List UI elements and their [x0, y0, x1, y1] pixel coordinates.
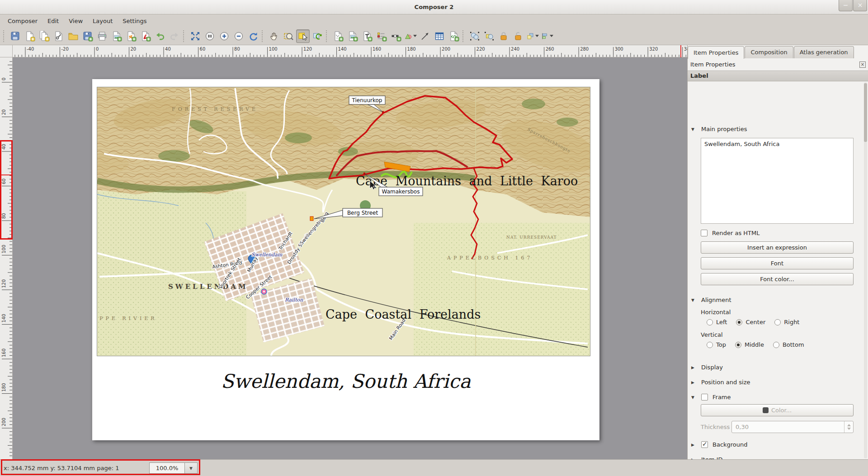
add-arrow-icon [420, 31, 430, 42]
render-as-html-checkbox[interactable] [701, 230, 708, 236]
zoom-out-button[interactable] [232, 29, 245, 43]
font-button[interactable]: Font [701, 257, 854, 269]
load-template-button[interactable] [66, 29, 80, 43]
pan-button[interactable] [267, 29, 281, 43]
frame-checkbox[interactable] [701, 394, 708, 401]
panel-scrollbar[interactable] [864, 82, 867, 458]
radio-button-icon[interactable] [736, 319, 742, 325]
new-composition-button[interactable] [23, 29, 37, 43]
zoom-in-button[interactable] [217, 29, 231, 43]
display-expander[interactable]: ▶ Display [691, 364, 723, 371]
svg-text:PPE RIVIER: PPE RIVIER [99, 316, 157, 321]
add-label-button[interactable] [360, 29, 374, 43]
zoom-in-icon [219, 31, 230, 42]
spinner-arrows-icon[interactable] [844, 421, 853, 433]
dropdown-caret-icon[interactable] [535, 35, 539, 37]
save-template-button[interactable] [81, 29, 94, 43]
insert-expression-button[interactable]: Insert an expression [701, 241, 854, 254]
map-item[interactable]: FOREST RESERVESWELLENDAMAPPELBOSCH 167Sp… [97, 87, 590, 356]
add-map-button[interactable] [331, 29, 345, 43]
composer-manager-button[interactable] [52, 29, 66, 43]
add-arrow-button[interactable] [418, 29, 432, 43]
tab-composition[interactable]: Composition [745, 46, 793, 58]
position-size-expander[interactable]: ▶ Position and size [691, 379, 750, 386]
ungroup-items-button[interactable] [482, 29, 496, 43]
label-text-input[interactable]: Swellendam, South Africa [701, 138, 854, 224]
dock-close-icon[interactable]: × [859, 61, 866, 68]
menu-item-edit[interactable]: Edit [42, 16, 64, 26]
radio-horizontal-right[interactable]: Right [774, 319, 799, 325]
menu-item-composer[interactable]: Composer [3, 16, 42, 26]
svg-text:280: 280 [580, 47, 589, 52]
print-button[interactable] [95, 29, 109, 43]
radio-vertical-middle[interactable]: Middle [735, 341, 764, 348]
svg-text:Cape Mountains and Little Karo: Cape Mountains and Little Karoo [356, 174, 578, 188]
duplicate-composition-button[interactable] [38, 29, 51, 43]
undo-button[interactable] [153, 29, 167, 43]
toolbar-separator [462, 30, 466, 42]
zoom-region-button[interactable] [282, 29, 295, 43]
thickness-spinbox[interactable]: 0,30 [731, 421, 854, 433]
radio-button-icon[interactable] [735, 342, 741, 348]
menu-item-layout[interactable]: Layout [88, 16, 118, 26]
background-expander[interactable]: ▶ Background [691, 441, 748, 448]
radio-vertical-top[interactable]: Top [707, 341, 726, 348]
radio-horizontal-left[interactable]: Left [707, 319, 727, 325]
group-items-button[interactable] [468, 29, 481, 43]
page-title-label[interactable]: Swellendam, South Africa [92, 370, 599, 392]
dropdown-caret-icon[interactable] [413, 35, 417, 37]
add-legend-icon [376, 31, 387, 42]
export-svg-button[interactable] [124, 29, 138, 43]
item-id-expander[interactable]: ▶ Item ID [691, 456, 723, 459]
background-checkbox[interactable] [701, 441, 708, 448]
radio-button-icon[interactable] [774, 319, 781, 325]
lock-items-button[interactable] [497, 29, 510, 43]
close-button[interactable]: × [853, 0, 867, 11]
frame-color-button[interactable]: Color... [701, 404, 854, 416]
add-legend-button[interactable] [375, 29, 388, 43]
save-button[interactable] [9, 29, 22, 43]
tab-item-properties[interactable]: Item Properties [688, 46, 744, 59]
radio-vertical-bottom[interactable]: Bottom [773, 341, 804, 348]
add-shape-button[interactable] [404, 29, 417, 43]
dropdown-caret-icon[interactable] [550, 35, 553, 37]
unlock-items-button[interactable] [511, 29, 525, 43]
add-html-button[interactable] [447, 29, 461, 43]
main-properties-expander[interactable]: ▼ Main properties [691, 126, 747, 132]
svg-text:140: 140 [1, 314, 6, 322]
export-image-button[interactable] [110, 29, 123, 43]
tab-atlas-generation[interactable]: Atlas generation [794, 46, 854, 58]
dock-header: Item Properties × [688, 58, 868, 71]
frame-expander[interactable]: ▼ Frame [691, 394, 731, 401]
menu-item-settings[interactable]: Settings [118, 16, 151, 26]
radio-horizontal-center[interactable]: Center [736, 319, 765, 325]
svg-text:120: 120 [1, 279, 6, 288]
render-as-html-row[interactable]: Render as HTML [701, 230, 760, 236]
radio-button-icon[interactable] [707, 342, 713, 348]
refresh-button[interactable] [246, 29, 260, 43]
zoom-full-button[interactable] [189, 29, 202, 43]
add-image-button[interactable] [346, 29, 359, 43]
vertical-alignment-radios: TopMiddleBottom [707, 341, 804, 348]
menu-item-view[interactable]: View [64, 16, 88, 26]
minimize-button[interactable]: − [839, 0, 853, 11]
radio-button-icon[interactable] [707, 319, 713, 325]
zoom-region-icon [283, 31, 294, 42]
radio-button-icon[interactable] [773, 342, 779, 348]
export-pdf-button[interactable] [139, 29, 152, 43]
svg-text:160: 160 [1, 349, 6, 357]
alignment-expander[interactable]: ▼ Alignment [691, 297, 731, 303]
font-color-button[interactable]: Font color... [701, 273, 854, 285]
redo-button[interactable] [168, 29, 181, 43]
composer-canvas[interactable]: FOREST RESERVESWELLENDAMAPPELBOSCH 167Sp… [13, 57, 687, 459]
zoom-actual-button[interactable] [203, 29, 217, 43]
add-table-button[interactable] [433, 29, 446, 43]
composition-page[interactable]: FOREST RESERVESWELLENDAMAPPELBOSCH 167Sp… [92, 79, 599, 440]
refresh-icon [248, 31, 259, 42]
raise-items-button[interactable] [526, 29, 539, 43]
move-content-button[interactable] [311, 29, 324, 43]
select-move-item-button[interactable] [296, 29, 310, 43]
svg-text:Railton: Railton [285, 297, 303, 303]
align-items-button[interactable] [540, 29, 554, 43]
add-scalebar-button[interactable] [389, 29, 403, 43]
